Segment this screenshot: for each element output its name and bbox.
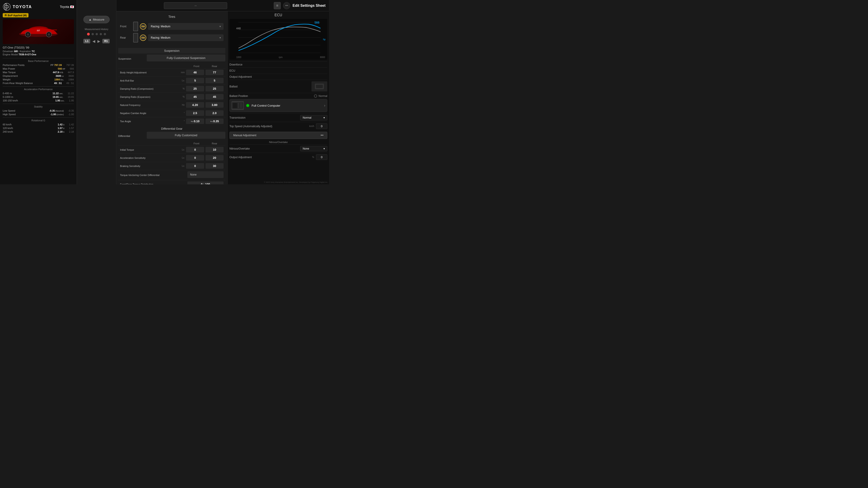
accel-1000-row: 0-1000 m 19.65sec. 19.65 — [3, 95, 74, 99]
braking-sens-front-val[interactable]: 0 — [186, 163, 204, 169]
initial-torque-unit: Lv. — [182, 149, 185, 151]
accel-400-row: 0-400 m 11.22sec. 11.22 — [3, 92, 74, 95]
manual-adj-label: Manual Adjustment — [233, 134, 256, 137]
svg-rect-19 — [238, 103, 239, 104]
history-dot-4 — [104, 33, 106, 35]
nitrous-row: Nitrous/Overtake None ▾ — [229, 144, 327, 153]
pp-compare: 797.39 — [66, 64, 74, 66]
three-dot-button[interactable]: ••• — [283, 2, 290, 9]
rot-60-value: 1.42G — [58, 123, 64, 126]
manual-adjustment-button[interactable]: Manual Adjustment ••• — [229, 132, 327, 139]
initial-torque-row: Initial Torque Lv. 0 10 — [118, 145, 225, 154]
car-model: GT-One (TS020) '99 — [3, 46, 74, 49]
anti-roll-front-val[interactable]: 5 — [186, 78, 204, 84]
left-panel: TOYOTA Toyota 🇯🇵 ⚖ BoP Applied (M) 227 — [0, 0, 77, 184]
camber-rear-val[interactable]: 2.0 — [206, 110, 223, 116]
measure-button[interactable]: ▲ Measure — [84, 16, 110, 23]
damping-exp-front-val[interactable]: 45 — [186, 94, 204, 100]
anti-roll-rear-val[interactable]: 5 — [206, 78, 223, 84]
body-height-front-val[interactable]: 46 — [186, 70, 204, 75]
rot-120-row: 120 km/h 1.57G 1.57 — [3, 126, 74, 130]
natural-freq-front-val[interactable]: 4.20 — [186, 102, 204, 108]
rot-60-label: 60 km/h — [3, 123, 11, 126]
prev-arrow-icon[interactable]: ◀ — [92, 39, 95, 43]
chevron-right-icon: › — [324, 103, 325, 107]
top-speed-val[interactable]: 0 — [316, 123, 327, 129]
top-bar-center: -- — [120, 2, 272, 9]
svg-rect-18 — [233, 103, 237, 108]
rot-240-compare: 2.18 — [69, 130, 74, 133]
front-rear-value: 49 : 51 — [54, 82, 62, 85]
damping-exp-row: Damping Ratio (Expansion) % 45 45 — [118, 93, 225, 101]
output-adj-val[interactable]: 0 — [316, 154, 327, 160]
toe-front-number: 0.10 — [194, 120, 199, 123]
right-panel: ECU 566 448 hp 1000 rpm 8000 Downforce — [227, 11, 329, 184]
country-name: Toyota 🇯🇵 — [60, 5, 74, 8]
tire-rear-row: Rear RM Racing: Medium ▾ — [120, 33, 223, 42]
torque-dist-val[interactable]: 0 : 100 — [187, 182, 223, 184]
max-power-label: Max Power — [3, 67, 15, 70]
history-dot-2 — [96, 33, 98, 35]
car-image: 227 — [3, 19, 74, 44]
max-torque-value: 447.9ft·lb — [53, 71, 63, 74]
transmission-select[interactable]: Normal ▾ — [300, 115, 327, 121]
toe-front-val[interactable]: ▾◂ 0.10 — [186, 119, 204, 124]
max-torque-row: Max Torque 447.9ft·lb 447.9 — [3, 70, 74, 74]
top-speed-label: Top Speed (Automatically Adjusted) — [229, 125, 307, 128]
diff-gear-title: Differential Gear — [118, 127, 225, 130]
damping-exp-rear-val[interactable]: 45 — [206, 94, 223, 100]
damping-comp-front-val[interactable]: 25 — [186, 86, 204, 92]
initial-torque-rear-val[interactable]: 10 — [206, 147, 223, 153]
diff-col-rear-header: Rear — [206, 142, 223, 145]
accel-100-value: 1.95sec. — [55, 99, 65, 102]
torque-vec-label: Torque-Vectoring Center Differential — [120, 174, 185, 176]
ecu-setting-label: ECU — [229, 69, 327, 72]
tire-front-rm-badge: RM — [140, 23, 146, 30]
transmission-row: Transmission Normal ▾ — [229, 113, 327, 122]
country-label: Toyota 🇯🇵 — [60, 5, 74, 8]
toe-rear-val[interactable]: ▾◂ 0.35 — [206, 119, 223, 124]
measure-panel: ▲ Measure Measurement History L1 ◀ ▶ R1 — [77, 0, 116, 184]
max-torque-compare: 447.9 — [68, 71, 74, 74]
tire-rear-select[interactable]: Racing: Medium ▾ — [148, 34, 223, 41]
rot-60-compare: 1.42 — [69, 123, 74, 126]
camber-unit: ° — [184, 112, 185, 114]
pp-label: Performance Points — [3, 64, 25, 66]
max-power-row: Max Power 566HP 566 — [3, 67, 74, 70]
brand-name: TOYOTA — [13, 4, 32, 9]
body-height-unit: mm — [181, 71, 185, 74]
nitrous-overtake-title: Nitrous/Overtake — [229, 141, 327, 143]
bop-text: BoP Applied (M) — [8, 14, 27, 17]
accel-sens-rear-val[interactable]: 20 — [206, 155, 223, 161]
car-spec: Drivetrain MR / Aspiration TC — [3, 50, 74, 53]
next-arrow-icon[interactable]: ▶ — [97, 39, 100, 43]
high-speed-value: -1.00(Under) — [51, 113, 64, 116]
settings-name-input[interactable]: -- — [164, 2, 227, 9]
damping-comp-row: Damping Ratio (Compression) % 25 25 — [118, 85, 225, 93]
power-restriction-card[interactable]: Full Control Computer › — [229, 99, 327, 112]
natural-freq-rear-val[interactable]: 3.80 — [206, 102, 223, 108]
accel-sens-front-val[interactable]: 0 — [186, 155, 204, 161]
accel-sens-unit: Lv. — [182, 157, 185, 159]
weight-label: Weight — [3, 78, 10, 81]
camber-front-val[interactable]: 2.5 — [186, 110, 204, 116]
anti-roll-unit: Lv. — [182, 79, 185, 82]
body-height-row: Body Height Adjustment mm 46 77 — [118, 68, 225, 76]
transmission-value: Normal — [303, 116, 311, 119]
ecu-chart: 566 448 hp 1000 rpm 8000 — [229, 19, 327, 60]
suspension-col-headers: Front Rear — [118, 64, 225, 68]
history-dot-3 — [100, 33, 102, 35]
menu-icon-button[interactable]: ≡ — [274, 2, 281, 9]
toe-rear-prefix: ▾◂ — [210, 120, 213, 123]
nitrous-select[interactable]: None ▾ — [300, 146, 327, 151]
accel-400-label: 0-400 m — [3, 92, 12, 95]
chart-x-labels: 1000 rpm 8000 — [236, 56, 325, 59]
normal-radio-button[interactable] — [314, 94, 317, 98]
initial-torque-front-val[interactable]: 0 — [186, 147, 204, 153]
damping-comp-rear-val[interactable]: 25 — [206, 86, 223, 92]
body-height-rear-val[interactable]: 77 — [206, 70, 223, 75]
tire-front-select[interactable]: Racing: Medium ▾ — [148, 23, 223, 30]
svg-rect-8 — [52, 30, 57, 30]
high-speed-label: High Speed — [3, 113, 16, 116]
braking-sens-rear-val[interactable]: 30 — [206, 163, 223, 169]
